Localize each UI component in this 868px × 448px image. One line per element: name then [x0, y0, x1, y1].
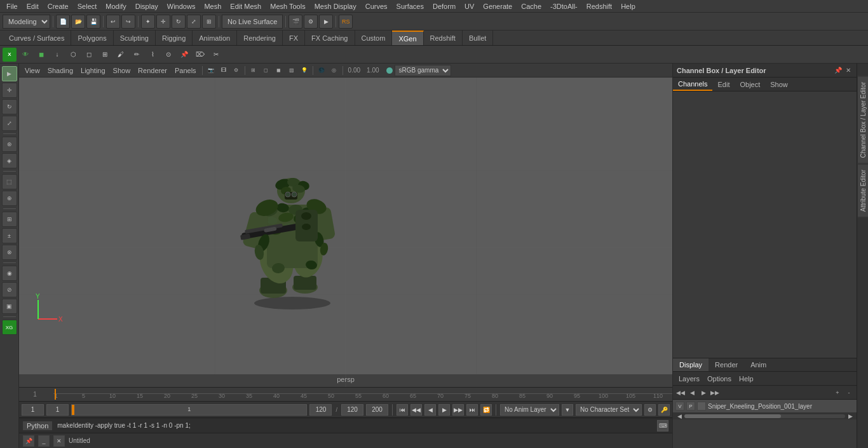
layer-color-swatch[interactable] — [697, 402, 706, 411]
xgen-comb2-button[interactable]: ⌦ — [193, 48, 207, 62]
xgen-mask-button[interactable]: ◻ — [82, 48, 96, 62]
xgen-arrow-button[interactable]: ↓ — [50, 48, 64, 62]
ch-tab-object[interactable]: Object — [735, 78, 765, 91]
vp-shadow-btn[interactable]: 🌑 — [316, 65, 327, 76]
ch-tab-edit[interactable]: Edit — [712, 78, 735, 91]
menu-windows[interactable]: Windows — [163, 2, 200, 11]
move-tool-btn[interactable]: ✛ — [2, 83, 17, 98]
live-surface-button[interactable]: No Live Surface — [222, 15, 283, 29]
redshift-button[interactable]: RS — [339, 15, 353, 29]
xgen-icon-btn[interactable]: XG — [2, 320, 17, 335]
ws-tab-custom[interactable]: Custom — [355, 31, 393, 45]
anim-layer-selector[interactable]: No Anim Layer — [500, 404, 559, 416]
layers-new-btn[interactable]: + — [832, 388, 843, 398]
char-set-btn[interactable]: ⚙ — [644, 404, 656, 416]
scrollbar-track[interactable] — [684, 414, 845, 418]
menu-file[interactable]: File — [3, 2, 22, 11]
scroll-right-btn[interactable]: ▶ — [845, 411, 855, 421]
ch-tab-show[interactable]: Show — [765, 78, 793, 91]
vp-menu-panels[interactable]: Panels — [172, 66, 200, 75]
ws-tab-polygons[interactable]: Polygons — [71, 31, 113, 45]
xgen-comb-button[interactable]: ⌇ — [146, 48, 159, 62]
side-tab-channel-box[interactable]: Channel Box / Layer Editor — [857, 76, 869, 164]
menu-display[interactable]: Display — [132, 2, 162, 11]
render-button[interactable]: 🎬 — [288, 15, 302, 29]
vp-xray-btn[interactable]: ◎ — [329, 65, 340, 76]
ws-tab-animation[interactable]: Animation — [193, 31, 237, 45]
vp-film-btn[interactable]: 🎞 — [218, 65, 229, 76]
vp-camera-btn[interactable]: 📷 — [205, 65, 217, 76]
ws-tab-redshift[interactable]: Redshift — [424, 31, 463, 45]
xgen-patch-button[interactable]: ◼ — [34, 48, 48, 62]
select-tool-btn[interactable]: ▶ — [2, 66, 17, 81]
vp-grid-btn[interactable]: ⊞ — [248, 65, 259, 76]
ws-tab-rigging[interactable]: Rigging — [156, 31, 193, 45]
vp-menu-show[interactable]: Show — [110, 66, 134, 75]
loop-button[interactable]: 🔁 — [480, 404, 492, 416]
vp-wire-btn[interactable]: ◻ — [261, 65, 272, 76]
dr-tab-display[interactable]: Display — [673, 358, 709, 371]
range-out-input[interactable] — [366, 404, 388, 416]
range-start-input[interactable] — [22, 404, 44, 416]
ws-tab-fx[interactable]: FX — [283, 31, 305, 45]
menu-deform[interactable]: Deform — [429, 2, 459, 11]
ws-tab-bullet[interactable]: Bullet — [463, 31, 494, 45]
play-button[interactable]: ▶ — [438, 404, 450, 416]
ws-tab-curves-surfaces[interactable]: Curves / Surfaces — [3, 31, 71, 45]
ws-tab-fx-caching[interactable]: FX Caching — [305, 31, 355, 45]
xgen-pin-button[interactable]: 📌 — [177, 48, 191, 62]
next-frame-button[interactable]: ▶▶ — [452, 404, 464, 416]
colorspace-selector[interactable]: sRGB gamma — [395, 65, 451, 76]
menu-3dtall[interactable]: -3DtoAll- — [546, 2, 581, 11]
vp-menu-renderer[interactable]: Renderer — [135, 66, 170, 75]
prev-frame-button[interactable]: ◀ — [424, 404, 436, 416]
python-label[interactable]: Python — [23, 421, 52, 430]
menu-curves[interactable]: Curves — [362, 2, 391, 11]
menu-cache[interactable]: Cache — [517, 2, 545, 11]
wb-pin-btn[interactable]: 📌 — [23, 435, 34, 447]
xgen-eye-button[interactable]: 👁 — [18, 48, 32, 62]
ws-tab-rendering[interactable]: Rendering — [237, 31, 283, 45]
scrollbar-thumb[interactable] — [684, 414, 781, 418]
vp-settings-btn[interactable]: ⚙ — [231, 65, 242, 76]
new-file-button[interactable]: 📄 — [56, 15, 70, 29]
dr-tab-anim[interactable]: Anim — [744, 358, 773, 371]
python-execute-btn[interactable]: ⌨ — [657, 420, 668, 431]
move-tool[interactable]: ✛ — [156, 15, 170, 29]
rotate-tool[interactable]: ↻ — [172, 15, 186, 29]
layers-nav-next[interactable]: ▶ — [698, 388, 709, 398]
wb-close-btn[interactable]: ✕ — [53, 435, 65, 447]
layers-menu-layers[interactable]: Layers — [675, 374, 703, 383]
menu-create[interactable]: Create — [44, 2, 72, 11]
menu-mesh[interactable]: Mesh — [200, 2, 225, 11]
plus-minus-2-btn[interactable]: ⊗ — [2, 245, 17, 260]
timeline-track[interactable]: 1 5 10 15 20 25 30 35 40 45 50 55 60 65 — [51, 388, 672, 401]
save-file-button[interactable]: 💾 — [86, 15, 100, 29]
scale-tool-btn[interactable]: ⤢ — [2, 116, 17, 131]
world-btn[interactable]: ⊘ — [2, 282, 17, 297]
layers-nav-prev[interactable]: ◀ — [687, 388, 697, 398]
step-back-button[interactable]: ◀◀ — [410, 404, 422, 416]
plus-minus-btn[interactable]: ± — [2, 228, 17, 243]
vp-lights-btn[interactable]: 💡 — [299, 65, 310, 76]
menu-uv[interactable]: UV — [461, 2, 478, 11]
xgen-strand-button[interactable]: ⊙ — [161, 48, 175, 62]
rp-close-btn[interactable]: ✕ — [844, 66, 853, 75]
vp-solid-btn[interactable]: ◼ — [273, 65, 285, 76]
xgen-primitives-button[interactable]: ⬡ — [66, 48, 80, 62]
select-tool[interactable]: ✦ — [141, 15, 155, 29]
range-end-play-input[interactable] — [309, 404, 332, 416]
paint-btn[interactable]: ⊕ — [2, 191, 17, 206]
layers-nav-back[interactable]: ◀◀ — [675, 388, 686, 398]
ws-tab-sculpting[interactable]: Sculpting — [114, 31, 156, 45]
dr-tab-render[interactable]: Render — [709, 358, 744, 371]
open-file-button[interactable]: 📂 — [71, 15, 85, 29]
character-set-selector[interactable]: No Character Set — [576, 404, 642, 416]
snap-btn[interactable]: ◈ — [2, 153, 17, 168]
menu-generate[interactable]: Generate — [479, 2, 516, 11]
undo-button[interactable]: ↩ — [106, 15, 120, 29]
menu-mesh-display[interactable]: Mesh Display — [311, 2, 360, 11]
xgen-cut-button[interactable]: ✂ — [209, 48, 223, 62]
menu-modify[interactable]: Modify — [102, 2, 130, 11]
layers-menu-help[interactable]: Help — [736, 374, 757, 383]
